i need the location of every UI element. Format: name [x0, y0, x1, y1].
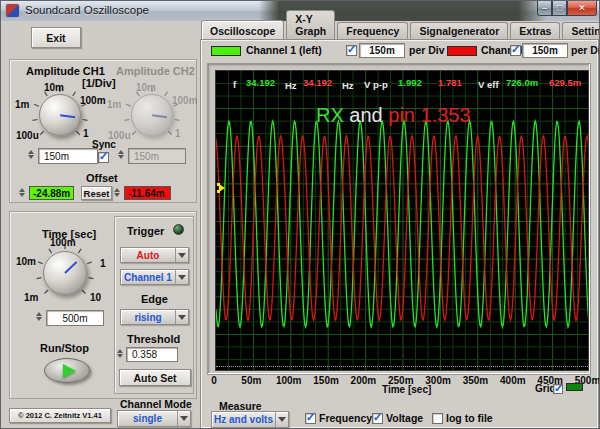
maximize-icon: □ [557, 4, 562, 13]
threshold-spinner-arrows[interactable] [117, 349, 125, 358]
x-tick-label: 200m [351, 375, 377, 386]
sync-label: Sync [92, 139, 116, 150]
x-tick-label: 100m [276, 375, 302, 386]
knob-scale-label: 1 [175, 128, 181, 139]
ch2-vpp-value: 1.781 [438, 77, 462, 88]
window-title: Soundcard Oszilloscope [25, 4, 149, 16]
grid-color-swatch [566, 383, 583, 391]
amplitude-ch2-field[interactable]: 150m [128, 148, 186, 164]
overlay-ch2-text: pin 1.353 [388, 104, 470, 126]
channel1-label: Channel 1 (left) [246, 44, 322, 56]
log-to-file-label: log to file [446, 412, 493, 424]
close-button[interactable]: ✕ [567, 1, 597, 16]
frequency-checkbox[interactable] [305, 413, 316, 424]
amplitude-ch2-spinner-arrows[interactable] [118, 150, 126, 159]
channel2-per-div-field[interactable]: 150m [522, 43, 568, 58]
play-icon [63, 364, 76, 378]
channel-mode-value: single [118, 411, 177, 426]
offset-ch1-spinner-arrows[interactable] [19, 188, 27, 197]
trigger-edge-value: rising [121, 310, 175, 324]
x-tick-label: 150m [313, 375, 339, 386]
threshold-field[interactable]: 0.358 [126, 347, 178, 362]
amplitude-ch2-title: Amplitude CH2 [116, 65, 195, 77]
trigger-mode-dropdown[interactable]: Auto [120, 247, 189, 263]
auto-set-button[interactable]: Auto Set [119, 369, 191, 386]
channel1-color-swatch [211, 46, 241, 56]
amplitude-ch1-spinner-arrows[interactable] [28, 150, 36, 159]
channel2-enable-checkbox[interactable] [510, 45, 521, 56]
run-stop-label: Run/Stop [40, 342, 89, 354]
amplitude-ch1-knob[interactable] [39, 94, 81, 136]
time-knob[interactable] [43, 251, 87, 295]
tab-frequency[interactable]: Frequency [337, 22, 408, 40]
knob-needle [64, 261, 77, 273]
chevron-down-icon [275, 412, 288, 427]
offset-reset-button[interactable]: Reset [81, 186, 112, 200]
vpp-label: V p-p [364, 79, 388, 90]
offset-ch2-value[interactable]: -11.64m [124, 186, 171, 200]
measure-mode-value: Hz and volts [212, 412, 275, 427]
close-icon: ✕ [578, 4, 586, 13]
voltage-label: Voltage [386, 412, 423, 424]
sync-checkbox[interactable] [98, 152, 109, 163]
measure-mode-dropdown[interactable]: Hz and volts [211, 411, 289, 428]
trigger-led [173, 224, 184, 235]
tab-x-y-graph[interactable]: X-Y Graph [286, 10, 335, 40]
minimize-button[interactable]: – [537, 1, 552, 16]
channel1-enable-checkbox[interactable] [346, 45, 357, 56]
tab-signalgenerator[interactable]: Signalgenerator [410, 22, 508, 40]
ch2-frequency-value: 34.192 [303, 77, 332, 88]
knob-scale-label: 1m [24, 292, 38, 303]
hz-label: Hz [285, 80, 297, 91]
exit-button[interactable]: Exit [31, 27, 81, 48]
ch2-veff-value: 629.5m [549, 77, 581, 88]
chevron-down-icon [175, 248, 188, 262]
copyright-bar: © 2012 C. Zeitnitz V1.41 [9, 408, 111, 423]
grid-checkbox[interactable] [553, 384, 563, 394]
threshold-label: Threshold [127, 333, 180, 345]
knob-scale-label: 100m [80, 95, 106, 106]
knob-scale-label: 100m [50, 237, 76, 248]
channel2-per-div-label: per Div [571, 44, 600, 56]
log-to-file-checkbox[interactable] [432, 413, 443, 424]
amplitude-ch2-knob[interactable] [131, 94, 173, 136]
knob-needle [152, 114, 167, 118]
run-stop-button[interactable] [44, 358, 90, 383]
scope-frame: f 34.192 Hz 34.192 Hz V p-p 1.992 1.781 … [207, 63, 591, 375]
knob-scale-label: 10m [44, 82, 64, 93]
minimize-icon: – [542, 4, 547, 13]
channel1-per-div-field[interactable]: 150m [359, 43, 405, 58]
chevron-down-icon [175, 270, 188, 284]
app-window: Soundcard Oszilloscope – □ ✕ Exit Amplit… [0, 0, 600, 429]
trigger-edge-dropdown[interactable]: rising [120, 309, 189, 325]
edge-label: Edge [141, 293, 168, 305]
scope-overlay-text: RX and pin 1.353 [316, 104, 471, 127]
scope-plot: f 34.192 Hz 34.192 Hz V p-p 1.992 1.781 … [215, 70, 589, 371]
trigger-level-marker[interactable] [217, 183, 225, 193]
channel-mode-dropdown[interactable]: single [117, 410, 191, 427]
x-axis-label: Time [sec] [382, 384, 431, 395]
amplitude-group: Amplitude CH1 Amplitude CH2 [1/Div] 100u… [9, 59, 197, 203]
voltage-checkbox[interactable] [372, 413, 383, 424]
trigger-source-dropdown[interactable]: Channel 1 [120, 269, 189, 285]
maximize-button[interactable]: □ [552, 1, 567, 16]
amplitude-ch2-knob-group: 100u 1m 10m 100m 1 [106, 86, 198, 148]
offset-ch1-value[interactable]: -24.88m [29, 186, 74, 200]
frequency-label: Frequency [319, 412, 372, 424]
tab-settings[interactable]: Settings [562, 22, 600, 40]
overlay-and-text: and [344, 104, 388, 126]
offset-ch2-spinner-arrows[interactable] [114, 188, 122, 197]
trigger-group: Trigger Auto Channel 1 Edge rising Thres… [114, 216, 194, 394]
trigger-source-value: Channel 1 [121, 270, 175, 284]
tab-extras[interactable]: Extras [510, 22, 560, 40]
amplitude-ch1-field[interactable]: 150m [38, 148, 98, 164]
time-field[interactable]: 500m [46, 310, 104, 326]
veff-label: V eff [478, 79, 499, 90]
time-spinner-arrows[interactable] [36, 312, 44, 321]
ch1-frequency-value: 34.192 [246, 77, 275, 88]
ch1-vpp-value: 1.992 [398, 77, 422, 88]
tab-oscilloscope[interactable]: Oscilloscope [201, 20, 284, 40]
time-knob-group: 1m 10m 100m 1 10 [12, 240, 118, 308]
time-group: Time [sec] 1m 10m 100m 1 10 500m Run/Sto… [9, 211, 197, 399]
channel1-per-div-label: per Div [409, 44, 445, 56]
